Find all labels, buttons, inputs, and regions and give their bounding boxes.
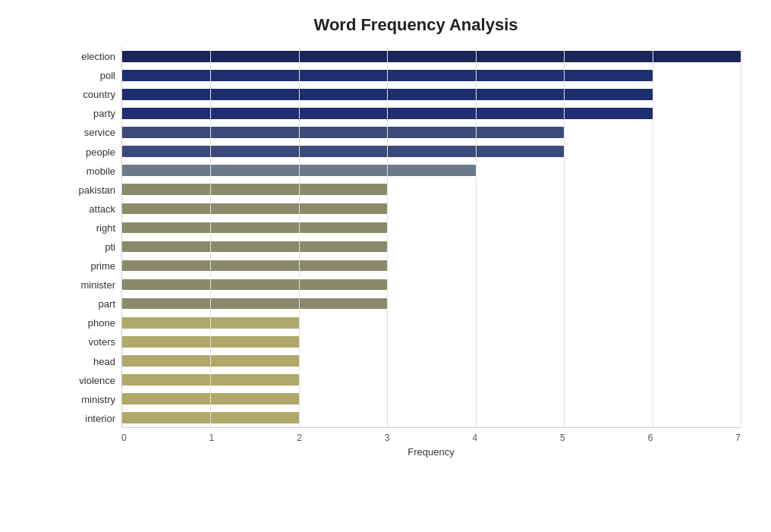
grid-line-1 bbox=[210, 47, 211, 427]
bar-attack bbox=[122, 203, 387, 215]
y-label-people: people bbox=[86, 147, 115, 157]
y-label-country: country bbox=[83, 90, 115, 99]
x-tick-6: 6 bbox=[648, 433, 653, 443]
bar-row-voters bbox=[122, 332, 741, 351]
chart-container: Word Frequency Analysis electionpollcoun… bbox=[0, 0, 771, 532]
bar-row-pti bbox=[122, 237, 741, 256]
bar-election bbox=[122, 51, 741, 62]
y-axis-labels: electionpollcountrypartyservicepeoplemob… bbox=[61, 47, 121, 428]
chart-area: electionpollcountrypartyservicepeoplemob… bbox=[61, 47, 741, 458]
x-tick-3: 3 bbox=[385, 433, 390, 443]
bar-row-attack bbox=[122, 199, 741, 218]
y-label-head: head bbox=[93, 357, 115, 367]
y-label-minister: minister bbox=[80, 280, 115, 290]
x-tick-7: 7 bbox=[735, 433, 741, 443]
y-label-part: part bbox=[99, 299, 115, 309]
bar-row-interior bbox=[122, 408, 741, 427]
bar-row-mobile bbox=[122, 161, 741, 180]
x-tick-2: 2 bbox=[297, 433, 302, 443]
y-label-voters: voters bbox=[89, 337, 115, 347]
bar-row-ministry bbox=[122, 389, 741, 408]
y-label-right: right bbox=[96, 223, 115, 233]
bar-row-pakistan bbox=[122, 180, 741, 199]
bar-minister bbox=[122, 279, 387, 291]
bar-row-election bbox=[122, 47, 741, 66]
bar-pti bbox=[122, 241, 387, 253]
grid-line-6 bbox=[653, 47, 653, 427]
bar-rows bbox=[122, 47, 741, 427]
bar-row-violence bbox=[122, 370, 741, 389]
bar-row-right bbox=[122, 218, 741, 237]
bar-row-part bbox=[122, 294, 741, 313]
grid-line-3 bbox=[387, 47, 388, 427]
y-label-pakistan: pakistan bbox=[79, 185, 115, 195]
y-label-violence: violence bbox=[79, 376, 115, 386]
x-axis-label: Frequency bbox=[121, 446, 741, 458]
x-tick-1: 1 bbox=[209, 433, 215, 443]
y-label-ministry: ministry bbox=[81, 395, 115, 405]
bar-row-head bbox=[122, 351, 741, 370]
bar-row-party bbox=[122, 104, 741, 123]
y-label-pti: pti bbox=[105, 242, 115, 252]
bar-row-country bbox=[122, 85, 741, 104]
grid-line-2 bbox=[299, 47, 300, 427]
x-tick-0: 0 bbox=[121, 433, 127, 443]
y-label-interior: interior bbox=[85, 414, 115, 423]
y-label-poll: poll bbox=[100, 71, 115, 80]
grid-line-5 bbox=[564, 47, 565, 427]
y-label-service: service bbox=[84, 127, 115, 137]
y-label-election: election bbox=[81, 52, 115, 61]
grid-line-7 bbox=[741, 47, 741, 427]
chart-title: Word Frequency Analysis bbox=[61, 15, 741, 35]
x-tick-4: 4 bbox=[472, 433, 477, 443]
bar-row-prime bbox=[122, 257, 741, 275]
y-label-attack: attack bbox=[89, 204, 115, 214]
x-axis-ticks: 01234567 bbox=[121, 433, 741, 443]
grid-line-4 bbox=[476, 47, 477, 427]
bar-part bbox=[122, 298, 387, 310]
y-label-prime: prime bbox=[90, 261, 115, 271]
y-label-phone: phone bbox=[88, 318, 115, 328]
bar-pakistan bbox=[122, 184, 387, 195]
bar-right bbox=[122, 222, 387, 234]
bar-people bbox=[122, 146, 564, 157]
y-label-mobile: mobile bbox=[87, 166, 115, 176]
bar-row-people bbox=[122, 142, 741, 161]
bar-service bbox=[122, 127, 564, 138]
bar-row-poll bbox=[122, 66, 741, 85]
x-tick-5: 5 bbox=[560, 433, 565, 443]
bar-row-service bbox=[122, 123, 741, 142]
bar-row-minister bbox=[122, 275, 741, 294]
bar-row-phone bbox=[122, 313, 741, 332]
bar-prime bbox=[122, 260, 387, 272]
bars-grid bbox=[121, 47, 741, 428]
y-label-party: party bbox=[93, 109, 115, 118]
